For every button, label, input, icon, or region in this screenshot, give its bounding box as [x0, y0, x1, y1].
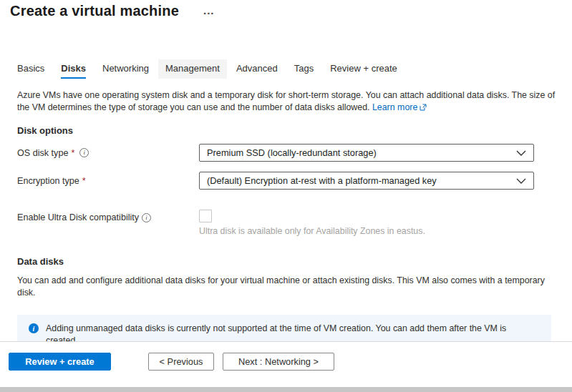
tab-basics[interactable]: Basics [17, 59, 44, 79]
chevron-down-icon [516, 147, 526, 158]
data-disks-text: You can add and configure additional dat… [17, 275, 556, 298]
os-disk-type-label-text: OS disk type [17, 148, 68, 158]
encryption-type-label: Encryption type * [17, 176, 199, 186]
horizontal-scrollbar[interactable] [0, 387, 572, 392]
disk-options-heading: Disk options [17, 125, 572, 136]
encryption-type-label-text: Encryption type [17, 176, 79, 186]
ultra-disk-label: Enable Ultra Disk compatibility i [17, 212, 199, 222]
review-create-button[interactable]: Review + create [9, 353, 111, 371]
os-disk-type-value: Premium SSD (locally-redundant storage) [207, 147, 377, 158]
page-title: Create a virtual machine [10, 3, 179, 19]
banner-info-icon: i [29, 323, 39, 333]
disks-intro-text: Azure VMs have one operating system disk… [17, 89, 556, 114]
create-vm-page: Create a virtual machine ... Basics Disk… [0, 0, 572, 392]
page-header: Create a virtual machine ... [0, 0, 572, 23]
os-disk-type-row: OS disk type * i Premium SSD (locally-re… [17, 144, 572, 162]
info-icon[interactable]: i [142, 213, 151, 222]
ultra-disk-row: Enable Ultra Disk compatibility i Ultra … [17, 210, 572, 236]
ultra-disk-control: Ultra disk is available only for Availab… [199, 210, 425, 236]
tab-review-create[interactable]: Review + create [330, 59, 397, 79]
tab-disks[interactable]: Disks [61, 59, 86, 79]
ultra-disk-helper-text: Ultra disk is available only for Availab… [199, 226, 425, 236]
os-disk-type-label: OS disk type * i [17, 148, 199, 158]
external-link-icon [420, 102, 427, 114]
tab-tags[interactable]: Tags [294, 59, 314, 79]
ultra-disk-checkbox[interactable] [199, 210, 212, 222]
chevron-down-icon [516, 175, 526, 186]
tab-management[interactable]: Management [158, 59, 227, 79]
learn-more-link[interactable]: Learn more [372, 102, 427, 112]
encryption-type-row: Encryption type * (Default) Encryption a… [17, 172, 572, 190]
required-marker: * [71, 148, 74, 158]
next-networking-button[interactable]: Next : Networking > [223, 353, 334, 371]
os-disk-type-dropdown[interactable]: Premium SSD (locally-redundant storage) [199, 144, 534, 162]
encryption-type-value: (Default) Encryption at-rest with a plat… [207, 175, 437, 186]
wizard-footer: Review + create < Previous Next : Networ… [0, 341, 572, 387]
tab-advanced[interactable]: Advanced [236, 59, 278, 79]
learn-more-label: Learn more [372, 102, 417, 112]
tab-networking[interactable]: Networking [102, 59, 149, 79]
wizard-tabs: Basics Disks Networking Management Advan… [17, 59, 572, 79]
data-disks-heading: Data disks [17, 256, 572, 267]
previous-button[interactable]: < Previous [148, 353, 214, 371]
encryption-type-dropdown[interactable]: (Default) Encryption at-rest with a plat… [199, 172, 534, 190]
more-options-icon[interactable]: ... [203, 7, 215, 14]
required-marker: * [82, 176, 86, 186]
info-icon[interactable]: i [79, 148, 89, 157]
ultra-disk-label-text: Enable Ultra Disk compatibility [17, 212, 139, 222]
disks-intro-body: Azure VMs have one operating system disk… [17, 90, 555, 112]
